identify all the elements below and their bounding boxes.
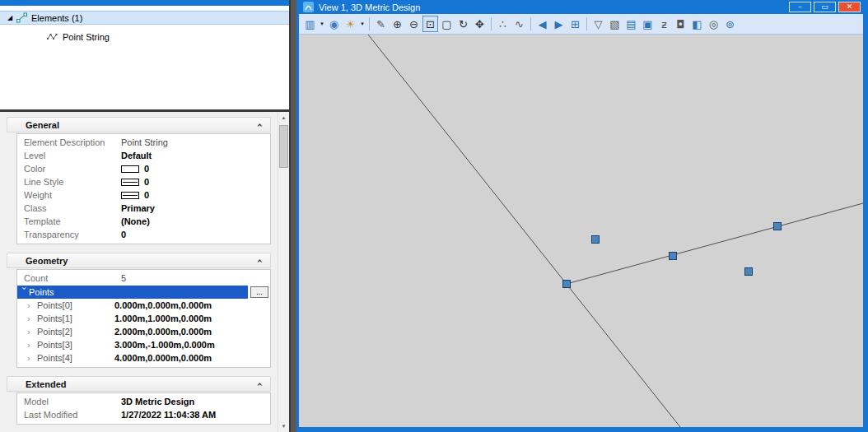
app-root: ◢ Elements (1) xyxy=(0,0,868,432)
property-label: Transparency xyxy=(24,230,121,239)
collapse-chevron-icon[interactable]: › xyxy=(254,382,266,386)
property-row: Template (None) xyxy=(17,215,270,228)
property-value[interactable]: 0 xyxy=(144,177,149,187)
expand-chevron-icon[interactable]: › xyxy=(27,354,37,363)
drawing-line[interactable] xyxy=(368,35,680,427)
property-row: Last Modified 1/27/2022 11:04:38 AM xyxy=(17,408,270,421)
minimize-button[interactable]: – xyxy=(789,2,811,12)
apply-saved-view-icon[interactable]: ▣ xyxy=(640,16,656,32)
section-title: Geometry xyxy=(26,256,68,266)
toolbar-separator xyxy=(586,17,587,30)
general-section-header[interactable]: General › xyxy=(7,117,271,132)
property-value[interactable]: 4.000m,0.000m,0.000m xyxy=(114,353,212,363)
property-value[interactable]: 5 xyxy=(121,273,126,283)
toolbar-separator xyxy=(530,17,531,30)
display-style-cube-icon[interactable]: ◧ xyxy=(689,16,705,32)
scroll-down-button[interactable]: ▾ xyxy=(278,420,289,432)
view-display-style-icon[interactable]: ◉ xyxy=(326,16,342,32)
scroll-up-button[interactable]: ▴ xyxy=(278,112,289,123)
view-titlebar[interactable]: View 1, 3D Metric Design – ▭ ✕ xyxy=(299,0,863,14)
property-value[interactable]: 0 xyxy=(144,164,149,174)
drawing-line[interactable] xyxy=(567,203,863,284)
view-canvas-area[interactable] xyxy=(299,35,863,427)
view-previous-icon[interactable]: ◀ xyxy=(534,16,550,32)
fit-view-icon[interactable]: ▢ xyxy=(439,16,455,32)
property-value[interactable]: 0 xyxy=(144,190,149,200)
saved-views-icon[interactable]: ▤ xyxy=(623,16,639,32)
camera-settings-icon[interactable]: ◘ xyxy=(673,16,688,32)
collapse-chevron-icon[interactable]: › xyxy=(254,258,266,262)
property-value[interactable]: Default xyxy=(121,151,152,160)
property-label: Level xyxy=(24,151,121,160)
weight-swatch[interactable] xyxy=(121,192,139,199)
extended-section-header[interactable]: Extended › xyxy=(7,376,271,392)
expand-chevron-icon[interactable]: › xyxy=(27,327,37,337)
pan-view-icon[interactable]: ✥ xyxy=(472,16,488,32)
render-view-icon[interactable]: ◎ xyxy=(706,16,721,32)
point-marker[interactable] xyxy=(774,223,782,230)
property-value[interactable]: 0.000m,0.000m,0.000m xyxy=(114,300,212,310)
view-title: View 1, 3D Metric Design xyxy=(319,2,420,12)
clip-volume-icon[interactable]: ▽ xyxy=(590,16,606,32)
extended-rows: Model 3D Metric Design Last Modified 1/2… xyxy=(16,393,271,425)
points-label: Points xyxy=(29,287,54,297)
point-row: › Points[4] 4.000m,0.000m,0.000m xyxy=(17,351,270,365)
tree-item-label: Point String xyxy=(63,32,110,42)
view-setup-icon[interactable]: ⊚ xyxy=(722,16,738,32)
properties-titlebar-sliver[interactable] xyxy=(0,0,289,6)
elements-icon xyxy=(15,12,28,23)
view-attributes-icon[interactable]: ▥ xyxy=(302,16,318,32)
collapse-points-icon[interactable]: › xyxy=(20,287,29,297)
close-button[interactable]: ✕ xyxy=(838,2,861,12)
tree-item-elements[interactable]: ◢ Elements (1) xyxy=(0,11,289,25)
adjust-view-brightness-caret[interactable]: ▾ xyxy=(359,21,366,27)
points-ellipsis-button[interactable]: ... xyxy=(250,286,268,298)
view-attributes-caret[interactable]: ▾ xyxy=(319,21,325,27)
tree-expander-icon[interactable]: ◢ xyxy=(5,14,15,21)
points-selected-row[interactable]: › Points xyxy=(17,286,248,299)
property-label: Points[2] xyxy=(37,327,114,337)
color-swatch[interactable] xyxy=(121,165,139,173)
property-value[interactable]: Point String xyxy=(121,137,168,147)
property-row-points: › Points ... xyxy=(17,285,270,299)
view-toolbar: ▥▾◉☀▾✎⊕⊖⊡▢↻✥∴∿◀▶⊞▽▧▤▣ƶ◘◧◎⊚ xyxy=(299,14,863,35)
restore-button[interactable]: ▭ xyxy=(814,2,836,12)
property-value[interactable]: 2.000m,0.000m,0.000m xyxy=(114,327,212,337)
property-value[interactable]: 3D Metric Design xyxy=(121,397,194,406)
tree-item-point-string[interactable]: Point String xyxy=(0,30,289,44)
property-row: Count 5 xyxy=(17,272,270,285)
property-label: Points[1] xyxy=(37,314,114,323)
zoom-in-icon[interactable]: ⊕ xyxy=(390,16,405,32)
copy-view-icon[interactable]: ⊞ xyxy=(567,16,583,32)
property-value[interactable]: 1.000m,1.000m,0.000m xyxy=(114,314,212,323)
rotate-view-icon[interactable]: ↻ xyxy=(455,16,471,32)
view-perspective-icon[interactable]: ƶ xyxy=(656,16,672,32)
adjust-view-brightness-icon[interactable]: ☀ xyxy=(343,16,358,32)
property-label: Count xyxy=(24,273,121,283)
property-value[interactable]: 0 xyxy=(121,230,126,239)
point-marker[interactable] xyxy=(745,268,753,276)
update-view-icon[interactable]: ✎ xyxy=(373,16,389,32)
property-value[interactable]: 1/27/2022 11:04:38 AM xyxy=(121,410,216,420)
property-value[interactable]: (None) xyxy=(121,216,150,226)
fly-icon[interactable]: ∿ xyxy=(511,16,527,32)
geometry-section-header[interactable]: Geometry › xyxy=(7,253,271,268)
point-marker[interactable] xyxy=(563,281,571,288)
expand-chevron-icon[interactable]: › xyxy=(27,341,37,350)
point-row: › Points[2] 2.000m,0.000m,0.000m xyxy=(17,325,270,338)
window-area-icon[interactable]: ⊡ xyxy=(422,16,438,32)
point-marker[interactable] xyxy=(592,236,600,244)
properties-scrollbar[interactable]: ▴ ▾ xyxy=(278,112,289,432)
scroll-thumb[interactable] xyxy=(279,125,288,168)
zoom-out-icon[interactable]: ⊖ xyxy=(406,16,422,32)
expand-chevron-icon[interactable]: › xyxy=(27,301,37,310)
property-value[interactable]: 3.000m,-1.000m,0.000m xyxy=(114,340,215,350)
property-value[interactable]: Primary xyxy=(121,203,155,213)
collapse-chevron-icon[interactable]: › xyxy=(254,123,266,127)
point-marker[interactable] xyxy=(670,253,677,260)
clip-mask-icon[interactable]: ▧ xyxy=(607,16,623,32)
line-style-swatch[interactable] xyxy=(121,179,139,186)
expand-chevron-icon[interactable]: › xyxy=(27,314,37,323)
walk-icon[interactable]: ∴ xyxy=(495,16,511,32)
view-next-icon[interactable]: ▶ xyxy=(551,16,567,32)
